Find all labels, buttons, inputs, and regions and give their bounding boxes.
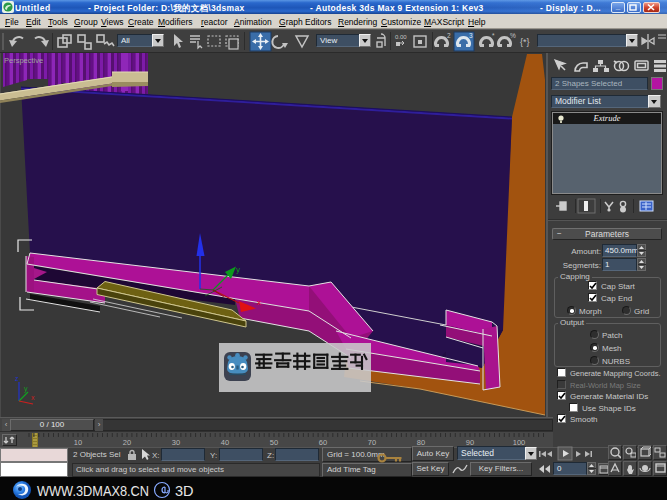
svg-text:10: 10 — [74, 438, 82, 447]
svg-text:60: 60 — [319, 438, 327, 447]
svg-text:0.00: 0.00 — [395, 34, 407, 40]
svg-text:z: z — [15, 375, 19, 382]
svg-text:20: 20 — [123, 438, 131, 447]
svg-text:WWW.3DMAX8.CN: WWW.3DMAX8.CN — [37, 483, 149, 499]
svg-text:x: x — [31, 394, 35, 401]
svg-text:*: * — [492, 32, 495, 39]
svg-text:3: 3 — [469, 32, 473, 39]
svg-text:3D: 3D — [175, 483, 194, 499]
svg-text:y: y — [24, 385, 28, 393]
svg-text:x: x — [257, 298, 261, 307]
svg-text:y: y — [236, 265, 240, 274]
svg-text:30: 30 — [172, 438, 180, 447]
svg-text:70: 70 — [368, 438, 376, 447]
svg-text:Perspective: Perspective — [4, 56, 43, 65]
svg-text:{*}: {*} — [520, 37, 530, 47]
svg-text:%: % — [510, 32, 516, 39]
svg-text:2: 2 — [447, 32, 451, 39]
svg-text:40: 40 — [221, 438, 229, 447]
svg-text:50: 50 — [270, 438, 278, 447]
